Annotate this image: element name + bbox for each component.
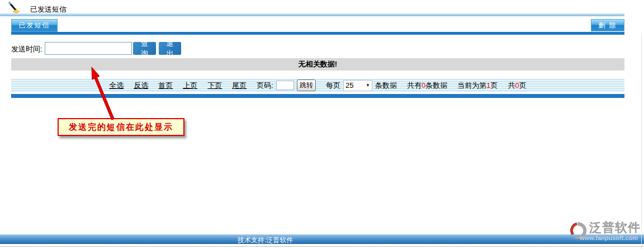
per-page-selected-value: 25 xyxy=(345,81,353,90)
exit-button[interactable]: 退 出 xyxy=(159,42,181,55)
select-all-link[interactable]: 全选 xyxy=(109,81,124,91)
next-page-link[interactable]: 下页 xyxy=(207,81,222,91)
total-pages-count: 0 xyxy=(515,81,519,90)
tab-sent-sms[interactable]: 已发短信 xyxy=(11,19,58,32)
per-page-suffix: 条数据 xyxy=(375,81,397,91)
per-page-label: 每页 xyxy=(326,81,340,91)
footer-bar xyxy=(0,234,644,244)
no-data-message: 无相关数据! xyxy=(11,58,624,71)
bottom-divider xyxy=(0,246,644,247)
send-time-input[interactable] xyxy=(45,42,132,55)
vendor-url: www.fanpusoft.com xyxy=(580,234,638,241)
total-pages-text: 共0页 xyxy=(508,81,526,91)
delete-button[interactable]: 删 除 xyxy=(591,19,624,31)
right-edge-divider xyxy=(641,35,642,249)
page-number-group: 页码: 跳转 xyxy=(257,79,316,91)
invert-selection-link[interactable]: 反选 xyxy=(134,81,148,91)
pagination-divider-bar xyxy=(11,94,624,98)
page-number-input[interactable] xyxy=(276,81,294,90)
per-page-select[interactable]: 25 ▼ xyxy=(343,80,372,91)
query-button[interactable]: 查 询 xyxy=(133,42,156,55)
annotation-callout: 发送完的短信在此处显示 xyxy=(58,118,184,136)
prev-page-link[interactable]: 上页 xyxy=(183,81,197,91)
toolbar-divider-bar xyxy=(11,32,624,35)
vendor-watermark: 泛普软件 www.fanpusoft.com xyxy=(570,219,644,244)
vendor-name: 泛普软件 xyxy=(589,219,641,236)
send-time-label: 发送时间: xyxy=(11,44,42,54)
pagination-bar: 全选 反选 首页 上页 下页 尾页 页码: 跳转 每页 25 ▼ 条数据 共有0… xyxy=(11,79,624,92)
footer-support-text: 技术支持:泛普软件 xyxy=(238,236,293,245)
title-divider xyxy=(0,13,624,16)
last-page-link[interactable]: 尾页 xyxy=(232,81,247,91)
page-number-label: 页码: xyxy=(257,81,273,91)
chevron-down-icon: ▼ xyxy=(366,83,370,88)
current-page-text: 当前为第1页 xyxy=(457,81,498,91)
first-page-link[interactable]: 首页 xyxy=(158,81,173,91)
jump-button[interactable]: 跳转 xyxy=(297,79,316,91)
per-page-group: 每页 25 ▼ 条数据 xyxy=(326,80,397,91)
total-records-text: 共有0条数据 xyxy=(407,81,447,91)
